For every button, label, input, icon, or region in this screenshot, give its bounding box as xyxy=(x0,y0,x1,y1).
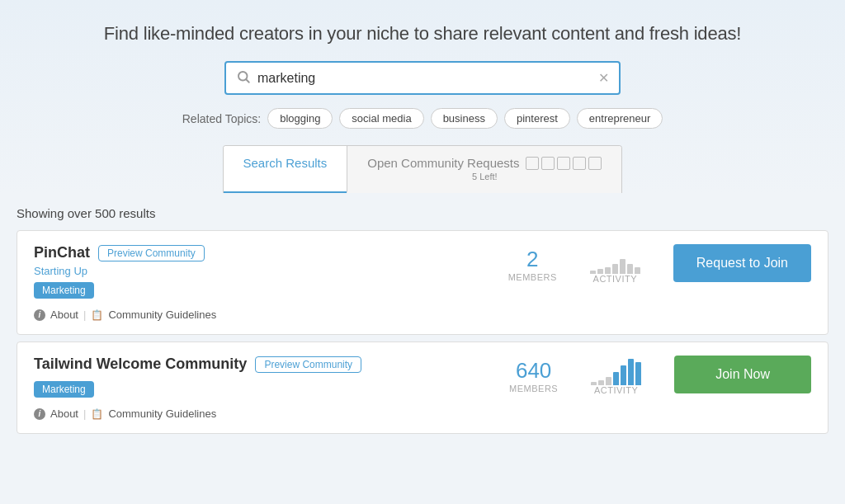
tabs-container: Search Results Open Community Requests xyxy=(223,145,623,193)
bar-3 xyxy=(605,267,611,274)
members-count-tailwind: 640 xyxy=(509,358,558,384)
bar-7 xyxy=(635,267,640,274)
tag-marketing-tailwind: Marketing xyxy=(34,381,94,398)
topic-blogging[interactable]: blogging xyxy=(267,108,333,129)
members-count-pinchat: 2 xyxy=(508,247,557,272)
related-topics: Related Topics: blogging social media bu… xyxy=(17,108,828,129)
card-action-tailwind: Join Now xyxy=(674,356,811,393)
join-now-btn-tailwind[interactable]: Join Now xyxy=(674,356,811,393)
tabs-row: Search Results Open Community Requests xyxy=(17,145,828,193)
doc-icon-tailwind: 📋 xyxy=(91,408,103,420)
preview-btn-pinchat[interactable]: Preview Community xyxy=(98,245,205,261)
topic-entrepreneur[interactable]: entrepreneur xyxy=(577,108,663,129)
info-icon-pinchat: i xyxy=(34,309,45,321)
bar-4 xyxy=(613,372,619,385)
tab-search-results[interactable]: Search Results xyxy=(224,146,347,193)
search-bar: ✕ xyxy=(224,61,621,95)
activity-bars-pinchat xyxy=(590,244,640,274)
slots-label: 5 Left! xyxy=(472,172,498,181)
slot-2 xyxy=(541,157,555,170)
top-section: Find like-minded creators in your niche … xyxy=(0,0,845,193)
bar-4 xyxy=(612,264,618,274)
slot-indicators xyxy=(526,157,602,170)
members-label-tailwind: MEMBERS xyxy=(509,384,558,393)
slot-3 xyxy=(557,157,570,170)
card-stats-pinchat: 2 MEMBERS ACTIVITY xyxy=(508,244,640,284)
guidelines-link-pinchat[interactable]: Community Guidelines xyxy=(108,309,216,321)
activity-label-pinchat: ACTIVITY xyxy=(590,274,640,284)
clear-icon[interactable]: ✕ xyxy=(598,70,609,86)
slot-4 xyxy=(573,157,586,170)
community-name-pinchat: PinChat xyxy=(34,244,90,261)
bar-6 xyxy=(627,264,633,274)
community-name-tailwind: Tailwind Welcome Community xyxy=(34,356,247,373)
svg-line-1 xyxy=(246,79,248,82)
request-to-join-btn-pinchat[interactable]: Request to Join xyxy=(673,244,811,282)
community-subtitle-pinchat: Starting Up xyxy=(34,265,475,277)
search-icon xyxy=(236,69,251,87)
slot-1 xyxy=(526,157,539,170)
community-card-pinchat: PinChat Preview Community Starting Up Ma… xyxy=(17,230,828,335)
tag-marketing-pinchat: Marketing xyxy=(34,282,94,299)
slot-5 xyxy=(588,157,602,170)
bar-5 xyxy=(620,259,625,274)
results-count: Showing over 500 results xyxy=(17,206,828,220)
card-stats-tailwind: 640 MEMBERS ACTIVITY xyxy=(509,356,641,395)
headline: Find like-minded creators in your niche … xyxy=(17,23,828,45)
community-card-tailwind: Tailwind Welcome Community Preview Commu… xyxy=(17,341,828,434)
about-link-pinchat[interactable]: About xyxy=(50,309,78,321)
activity-bars-tailwind xyxy=(591,356,641,385)
related-topics-label: Related Topics: xyxy=(182,112,261,125)
about-link-tailwind[interactable]: About xyxy=(50,407,78,420)
bar-3 xyxy=(606,377,611,385)
members-label-pinchat: MEMBERS xyxy=(508,272,557,282)
main-content: Showing over 500 results PinChat Preview… xyxy=(0,193,845,454)
topic-business[interactable]: business xyxy=(431,108,498,129)
topic-pinterest[interactable]: pinterest xyxy=(504,108,570,129)
doc-icon-pinchat: 📋 xyxy=(91,309,103,321)
topic-social-media[interactable]: social media xyxy=(339,108,423,129)
tab-open-community-requests[interactable]: Open Community Requests 5 Left! xyxy=(347,146,621,193)
preview-btn-tailwind[interactable]: Preview Community xyxy=(255,356,361,373)
card-action-pinchat: Request to Join xyxy=(673,244,811,282)
bar-6 xyxy=(628,359,634,385)
activity-label-tailwind: ACTIVITY xyxy=(591,385,641,395)
search-wrapper: ✕ xyxy=(17,61,828,95)
search-input[interactable] xyxy=(257,71,592,86)
guidelines-link-tailwind[interactable]: Community Guidelines xyxy=(108,407,216,420)
info-icon-tailwind: i xyxy=(34,408,45,420)
bar-5 xyxy=(621,365,626,385)
bar-7 xyxy=(635,362,641,385)
